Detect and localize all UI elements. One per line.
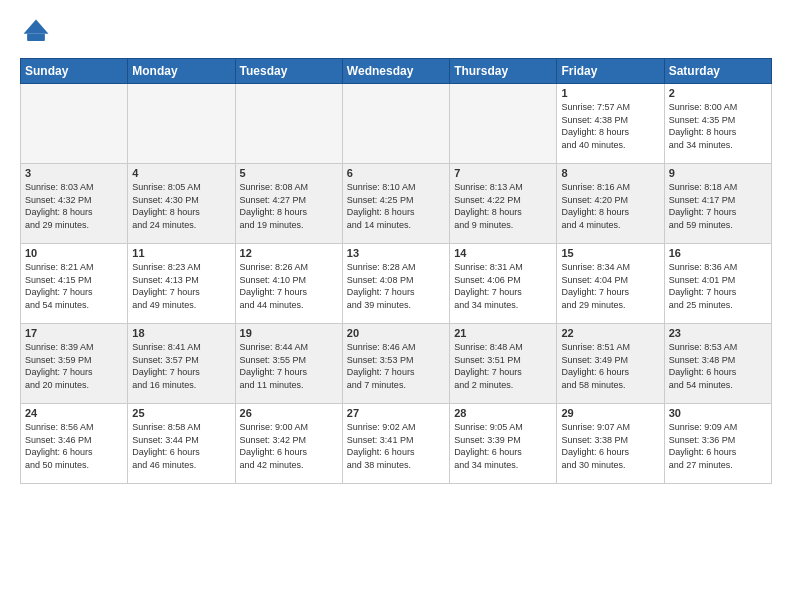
day-number: 25	[132, 407, 230, 419]
day-number: 8	[561, 167, 659, 179]
day-info: Sunrise: 8:16 AM Sunset: 4:20 PM Dayligh…	[561, 181, 659, 231]
day-info: Sunrise: 8:10 AM Sunset: 4:25 PM Dayligh…	[347, 181, 445, 231]
day-number: 13	[347, 247, 445, 259]
day-number: 10	[25, 247, 123, 259]
day-number: 7	[454, 167, 552, 179]
day-info: Sunrise: 9:02 AM Sunset: 3:41 PM Dayligh…	[347, 421, 445, 471]
calendar-header-monday: Monday	[128, 59, 235, 84]
day-number: 16	[669, 247, 767, 259]
day-info: Sunrise: 9:07 AM Sunset: 3:38 PM Dayligh…	[561, 421, 659, 471]
day-number: 19	[240, 327, 338, 339]
day-info: Sunrise: 8:53 AM Sunset: 3:48 PM Dayligh…	[669, 341, 767, 391]
calendar-cell: 18Sunrise: 8:41 AM Sunset: 3:57 PM Dayli…	[128, 324, 235, 404]
calendar-cell	[235, 84, 342, 164]
calendar-week-1: 3Sunrise: 8:03 AM Sunset: 4:32 PM Daylig…	[21, 164, 772, 244]
calendar-cell: 29Sunrise: 9:07 AM Sunset: 3:38 PM Dayli…	[557, 404, 664, 484]
header	[20, 16, 772, 48]
day-info: Sunrise: 8:46 AM Sunset: 3:53 PM Dayligh…	[347, 341, 445, 391]
day-info: Sunrise: 8:23 AM Sunset: 4:13 PM Dayligh…	[132, 261, 230, 311]
calendar-cell: 12Sunrise: 8:26 AM Sunset: 4:10 PM Dayli…	[235, 244, 342, 324]
day-number: 2	[669, 87, 767, 99]
calendar-cell: 5Sunrise: 8:08 AM Sunset: 4:27 PM Daylig…	[235, 164, 342, 244]
day-number: 1	[561, 87, 659, 99]
day-number: 17	[25, 327, 123, 339]
calendar-week-4: 24Sunrise: 8:56 AM Sunset: 3:46 PM Dayli…	[21, 404, 772, 484]
day-info: Sunrise: 8:08 AM Sunset: 4:27 PM Dayligh…	[240, 181, 338, 231]
day-number: 23	[669, 327, 767, 339]
day-info: Sunrise: 8:18 AM Sunset: 4:17 PM Dayligh…	[669, 181, 767, 231]
calendar-header-friday: Friday	[557, 59, 664, 84]
calendar-cell: 24Sunrise: 8:56 AM Sunset: 3:46 PM Dayli…	[21, 404, 128, 484]
day-number: 14	[454, 247, 552, 259]
calendar-cell: 21Sunrise: 8:48 AM Sunset: 3:51 PM Dayli…	[450, 324, 557, 404]
day-number: 30	[669, 407, 767, 419]
day-info: Sunrise: 9:05 AM Sunset: 3:39 PM Dayligh…	[454, 421, 552, 471]
day-info: Sunrise: 7:57 AM Sunset: 4:38 PM Dayligh…	[561, 101, 659, 151]
calendar-cell: 28Sunrise: 9:05 AM Sunset: 3:39 PM Dayli…	[450, 404, 557, 484]
day-info: Sunrise: 9:00 AM Sunset: 3:42 PM Dayligh…	[240, 421, 338, 471]
page: SundayMondayTuesdayWednesdayThursdayFrid…	[0, 0, 792, 612]
logo	[20, 16, 56, 48]
day-info: Sunrise: 8:26 AM Sunset: 4:10 PM Dayligh…	[240, 261, 338, 311]
calendar-cell: 19Sunrise: 8:44 AM Sunset: 3:55 PM Dayli…	[235, 324, 342, 404]
calendar-header-sunday: Sunday	[21, 59, 128, 84]
calendar-cell: 9Sunrise: 8:18 AM Sunset: 4:17 PM Daylig…	[664, 164, 771, 244]
calendar-cell: 14Sunrise: 8:31 AM Sunset: 4:06 PM Dayli…	[450, 244, 557, 324]
day-info: Sunrise: 8:48 AM Sunset: 3:51 PM Dayligh…	[454, 341, 552, 391]
calendar-week-3: 17Sunrise: 8:39 AM Sunset: 3:59 PM Dayli…	[21, 324, 772, 404]
day-number: 26	[240, 407, 338, 419]
day-info: Sunrise: 8:39 AM Sunset: 3:59 PM Dayligh…	[25, 341, 123, 391]
day-info: Sunrise: 8:28 AM Sunset: 4:08 PM Dayligh…	[347, 261, 445, 311]
day-number: 3	[25, 167, 123, 179]
day-number: 5	[240, 167, 338, 179]
day-number: 20	[347, 327, 445, 339]
day-number: 18	[132, 327, 230, 339]
calendar-cell	[128, 84, 235, 164]
day-number: 21	[454, 327, 552, 339]
calendar-cell: 1Sunrise: 7:57 AM Sunset: 4:38 PM Daylig…	[557, 84, 664, 164]
day-number: 22	[561, 327, 659, 339]
day-info: Sunrise: 9:09 AM Sunset: 3:36 PM Dayligh…	[669, 421, 767, 471]
svg-rect-1	[27, 34, 45, 41]
calendar-cell: 25Sunrise: 8:58 AM Sunset: 3:44 PM Dayli…	[128, 404, 235, 484]
day-number: 28	[454, 407, 552, 419]
calendar-header-row: SundayMondayTuesdayWednesdayThursdayFrid…	[21, 59, 772, 84]
calendar-cell: 10Sunrise: 8:21 AM Sunset: 4:15 PM Dayli…	[21, 244, 128, 324]
calendar-cell: 8Sunrise: 8:16 AM Sunset: 4:20 PM Daylig…	[557, 164, 664, 244]
calendar-cell: 13Sunrise: 8:28 AM Sunset: 4:08 PM Dayli…	[342, 244, 449, 324]
calendar-week-0: 1Sunrise: 7:57 AM Sunset: 4:38 PM Daylig…	[21, 84, 772, 164]
calendar-cell: 16Sunrise: 8:36 AM Sunset: 4:01 PM Dayli…	[664, 244, 771, 324]
day-info: Sunrise: 8:00 AM Sunset: 4:35 PM Dayligh…	[669, 101, 767, 151]
calendar-cell: 30Sunrise: 9:09 AM Sunset: 3:36 PM Dayli…	[664, 404, 771, 484]
day-number: 4	[132, 167, 230, 179]
day-info: Sunrise: 8:56 AM Sunset: 3:46 PM Dayligh…	[25, 421, 123, 471]
calendar-cell: 26Sunrise: 9:00 AM Sunset: 3:42 PM Dayli…	[235, 404, 342, 484]
calendar-cell: 27Sunrise: 9:02 AM Sunset: 3:41 PM Dayli…	[342, 404, 449, 484]
calendar-week-2: 10Sunrise: 8:21 AM Sunset: 4:15 PM Dayli…	[21, 244, 772, 324]
day-info: Sunrise: 8:21 AM Sunset: 4:15 PM Dayligh…	[25, 261, 123, 311]
calendar-cell	[21, 84, 128, 164]
day-number: 6	[347, 167, 445, 179]
day-number: 12	[240, 247, 338, 259]
day-number: 11	[132, 247, 230, 259]
calendar-cell: 4Sunrise: 8:05 AM Sunset: 4:30 PM Daylig…	[128, 164, 235, 244]
day-number: 15	[561, 247, 659, 259]
calendar-cell: 2Sunrise: 8:00 AM Sunset: 4:35 PM Daylig…	[664, 84, 771, 164]
calendar-cell: 3Sunrise: 8:03 AM Sunset: 4:32 PM Daylig…	[21, 164, 128, 244]
calendar-cell: 20Sunrise: 8:46 AM Sunset: 3:53 PM Dayli…	[342, 324, 449, 404]
calendar-header-tuesday: Tuesday	[235, 59, 342, 84]
calendar-header-saturday: Saturday	[664, 59, 771, 84]
day-number: 9	[669, 167, 767, 179]
day-info: Sunrise: 8:03 AM Sunset: 4:32 PM Dayligh…	[25, 181, 123, 231]
day-info: Sunrise: 8:44 AM Sunset: 3:55 PM Dayligh…	[240, 341, 338, 391]
day-number: 29	[561, 407, 659, 419]
day-info: Sunrise: 8:36 AM Sunset: 4:01 PM Dayligh…	[669, 261, 767, 311]
day-number: 24	[25, 407, 123, 419]
calendar-cell: 11Sunrise: 8:23 AM Sunset: 4:13 PM Dayli…	[128, 244, 235, 324]
day-info: Sunrise: 8:41 AM Sunset: 3:57 PM Dayligh…	[132, 341, 230, 391]
svg-marker-0	[24, 20, 49, 34]
calendar-cell	[450, 84, 557, 164]
calendar-cell: 6Sunrise: 8:10 AM Sunset: 4:25 PM Daylig…	[342, 164, 449, 244]
calendar-cell: 7Sunrise: 8:13 AM Sunset: 4:22 PM Daylig…	[450, 164, 557, 244]
day-info: Sunrise: 8:31 AM Sunset: 4:06 PM Dayligh…	[454, 261, 552, 311]
